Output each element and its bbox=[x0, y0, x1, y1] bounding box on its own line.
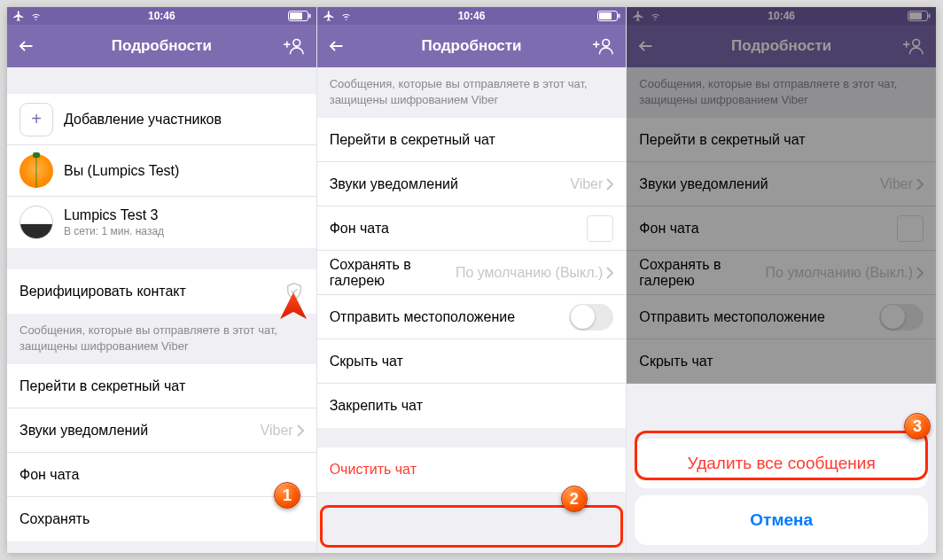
you-label: Вы (Lumpics Test) bbox=[64, 163, 304, 179]
save-gallery-value: По умолчанию (Выкл.) bbox=[456, 265, 603, 281]
nav-title: Подробности bbox=[112, 37, 212, 55]
svg-rect-1 bbox=[290, 12, 302, 19]
add-participants-row[interactable]: + Добавление участников bbox=[7, 94, 316, 145]
background-label: Фон чата bbox=[19, 467, 304, 483]
verify-contact-row[interactable]: Верифицировать контакт bbox=[7, 269, 316, 314]
delete-all-messages-button[interactable]: Удалить все сообщения bbox=[635, 439, 928, 488]
content-area: Сообщения, которые вы отправляете в этот… bbox=[627, 67, 936, 384]
sounds-value: Viber bbox=[880, 176, 913, 192]
save-label-partial: Сохранять bbox=[19, 511, 304, 527]
contact-status: В сети: 1 мин. назад bbox=[64, 225, 304, 237]
nav-title: Подробности bbox=[731, 37, 831, 55]
chevron-right-icon bbox=[606, 178, 613, 191]
svg-rect-9 bbox=[909, 12, 922, 19]
add-contact-button[interactable] bbox=[283, 36, 306, 56]
action-sheet: Удалить все сообщения Отмена bbox=[627, 431, 936, 553]
secret-chat-row: Перейти в секретный чат bbox=[627, 118, 936, 162]
phone-3: 10:46 Подробности Сообщения, которые вы … bbox=[626, 7, 936, 553]
pin-chat-label: Закрепить чат bbox=[330, 398, 614, 414]
phone-2: 10:46 Подробности Сообщения, которые вы … bbox=[316, 7, 627, 553]
send-location-toggle[interactable] bbox=[569, 304, 613, 331]
wifi-icon bbox=[29, 11, 43, 21]
sounds-label: Звуки уведомлений bbox=[639, 176, 880, 192]
sounds-value: Viber bbox=[570, 176, 603, 192]
chat-background-row: Фон чата bbox=[627, 206, 936, 251]
status-bar: 10:46 bbox=[317, 7, 627, 25]
delete-all-label: Удалить все сообщения bbox=[688, 454, 876, 473]
airplane-icon bbox=[632, 10, 644, 22]
hide-chat-row: Скрыть чат bbox=[627, 339, 936, 384]
save-gallery-row: Сохранять в галерею По умолчанию (Выкл.) bbox=[627, 251, 936, 295]
back-button[interactable] bbox=[637, 38, 653, 54]
avatar-orange-icon bbox=[19, 154, 53, 188]
status-bar: 10:46 bbox=[7, 7, 316, 25]
save-gallery-row[interactable]: Сохранять в галерею По умолчанию (Выкл.) bbox=[317, 251, 627, 295]
you-row[interactable]: Вы (Lumpics Test) bbox=[7, 145, 316, 197]
send-location-row: Отправить местоположение bbox=[627, 295, 936, 339]
chevron-right-icon bbox=[606, 267, 613, 279]
status-bar: 10:46 bbox=[627, 7, 936, 25]
svg-point-11 bbox=[913, 39, 920, 46]
background-label: Фон чата bbox=[639, 221, 897, 237]
chat-background-row[interactable]: Фон чата bbox=[7, 453, 316, 497]
airplane-icon bbox=[323, 10, 335, 22]
send-location-label: Отправить местоположение bbox=[639, 309, 879, 325]
hide-chat-label: Скрыть чат bbox=[330, 354, 614, 369]
svg-point-7 bbox=[603, 39, 610, 46]
avatar-photo-icon bbox=[19, 206, 53, 239]
shield-icon bbox=[284, 282, 304, 301]
send-location-row[interactable]: Отправить местоположение bbox=[317, 295, 627, 339]
pin-chat-row[interactable]: Закрепить чат bbox=[317, 384, 627, 428]
background-swatch bbox=[587, 215, 613, 242]
phone-1: 10:46 Подробности + Добавление участнико… bbox=[7, 7, 316, 553]
encryption-note: Сообщения, которые вы отправляете в этот… bbox=[7, 314, 316, 364]
content-area: + Добавление участников Вы (Lumpics Test… bbox=[7, 67, 316, 541]
status-time: 10:46 bbox=[148, 10, 175, 22]
contact-row[interactable]: Lumpics Test 3 В сети: 1 мин. назад bbox=[7, 197, 316, 248]
wifi-icon bbox=[339, 11, 353, 21]
hide-chat-row[interactable]: Скрыть чат bbox=[317, 339, 627, 384]
send-location-toggle bbox=[879, 304, 924, 331]
highlight-clear-chat bbox=[320, 505, 624, 548]
cancel-button[interactable]: Отмена bbox=[635, 495, 928, 545]
save-gallery-value: По умолчанию (Выкл.) bbox=[766, 265, 913, 281]
sounds-value: Viber bbox=[261, 423, 293, 439]
chevron-right-icon bbox=[916, 267, 924, 279]
back-button[interactable] bbox=[328, 38, 344, 54]
wifi-icon bbox=[649, 11, 662, 21]
status-time: 10:46 bbox=[768, 10, 795, 22]
battery-icon bbox=[288, 11, 311, 21]
notification-sounds-row: Звуки уведомлений Viber bbox=[627, 162, 936, 206]
add-contact-button[interactable] bbox=[902, 36, 925, 56]
svg-point-3 bbox=[293, 39, 300, 46]
encryption-note: Сообщения, которые вы отправляете в этот… bbox=[317, 67, 627, 118]
secret-chat-label: Перейти в секретный чат bbox=[639, 132, 924, 148]
back-button[interactable] bbox=[18, 38, 34, 54]
secret-chat-row[interactable]: Перейти в секретный чат bbox=[317, 118, 627, 162]
secret-chat-label: Перейти в секретный чат bbox=[330, 132, 614, 148]
cancel-label: Отмена bbox=[750, 510, 813, 530]
contact-name: Lumpics Test 3 bbox=[64, 207, 304, 223]
battery-icon bbox=[597, 11, 620, 21]
svg-rect-2 bbox=[308, 14, 310, 19]
content-area: Сообщения, которые вы отправляете в этот… bbox=[317, 67, 627, 492]
clear-chat-row[interactable]: Очистить чат bbox=[317, 447, 627, 492]
notification-sounds-row[interactable]: Звуки уведомлений Viber bbox=[7, 408, 316, 453]
status-time: 10:46 bbox=[458, 10, 486, 22]
svg-rect-5 bbox=[599, 12, 612, 19]
svg-rect-6 bbox=[619, 14, 620, 19]
chevron-right-icon bbox=[297, 424, 304, 437]
send-location-label: Отправить местоположение bbox=[330, 309, 570, 325]
secret-chat-row[interactable]: Перейти в секретный чат bbox=[7, 364, 316, 408]
nav-bar: Подробности bbox=[317, 25, 627, 67]
clear-chat-label: Очистить чат bbox=[330, 462, 614, 478]
save-gallery-row-partial[interactable]: Сохранять bbox=[7, 497, 316, 541]
plus-icon: + bbox=[19, 103, 53, 136]
add-contact-button[interactable] bbox=[592, 36, 615, 56]
save-gallery-label: Сохранять в галерею bbox=[330, 257, 427, 289]
svg-rect-8 bbox=[908, 12, 928, 21]
chat-background-row[interactable]: Фон чата bbox=[317, 206, 627, 251]
verify-label: Верифицировать контакт bbox=[19, 284, 284, 299]
airplane-icon bbox=[12, 10, 25, 22]
notification-sounds-row[interactable]: Звуки уведомлений Viber bbox=[317, 162, 627, 206]
